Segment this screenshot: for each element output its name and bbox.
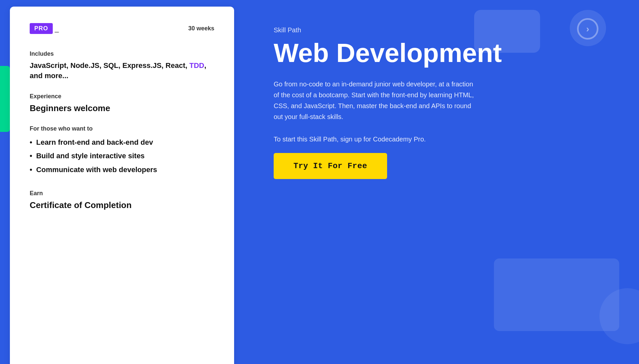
tdd-highlight: TDD (189, 61, 204, 70)
list-item: Communicate with web developers (30, 163, 214, 177)
for-those-label: For those who want to (30, 125, 214, 132)
includes-text: JavaScript, Node.JS, SQL, Express.JS, Re… (30, 61, 214, 81)
list-item: Build and style interactive sites (30, 149, 214, 163)
earn-label: Earn (30, 190, 214, 197)
earn-text: Certificate of Completion (30, 200, 214, 210)
main-title: Web Development (274, 39, 613, 67)
experience-label: Experience (30, 93, 214, 100)
accent-bar (0, 66, 10, 132)
list-item: Learn front-end and back-end dev (30, 136, 214, 149)
info-card: PRO _ 30 weeks Includes JavaScript, Node… (10, 7, 234, 364)
weeks-label: 30 weeks (188, 25, 214, 32)
experience-text: Beginners welcome (30, 103, 214, 113)
includes-label: Includes (30, 50, 214, 57)
bullet-list: Learn front-end and back-end dev Build a… (30, 136, 214, 177)
skill-path-label: Skill Path (274, 26, 613, 34)
signup-text: To start this Skill Path, sign up for Co… (274, 136, 613, 143)
cta-button[interactable]: Try It For Free (274, 153, 387, 179)
pro-badge: PRO (30, 23, 53, 34)
pro-header: PRO _ 30 weeks (30, 23, 214, 34)
description-text: Go from no-code to an in-demand junior w… (274, 79, 478, 122)
pro-cursor: _ (55, 24, 59, 33)
right-panel: › Skill Path Web Development Go from no-… (234, 0, 639, 364)
